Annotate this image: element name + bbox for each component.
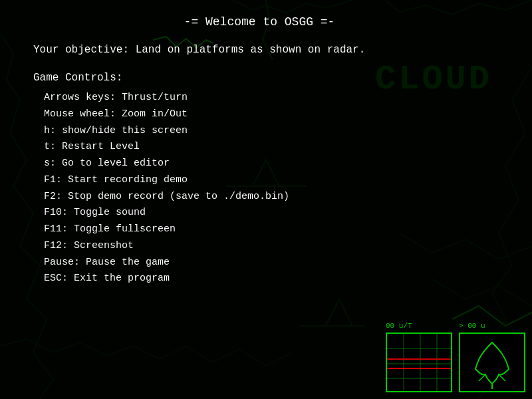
hud-right-box [459,332,525,392]
svg-line-13 [479,374,485,381]
svg-line-14 [499,374,505,381]
controls-section-title: Game Controls: [33,70,492,86]
hud-panel: 00 u/T > 00 u [386,332,525,392]
control-item: Arrows keys: Thrust/turn [44,90,492,106]
help-title: -= Welcome to OSGG =- [27,13,492,31]
control-item: F1: Start recording demo [44,172,492,189]
control-item: F12: Screenshot [44,238,492,255]
hud-right-label: > 00 u [459,322,485,330]
help-content: -= Welcome to OSGG =- Your objective: La… [33,13,492,287]
hud-left-container: 00 u/T [386,332,452,392]
control-item: Mouse wheel: Zoom in/Out [44,106,492,123]
control-item: h: show/hide this screen [44,123,492,140]
help-objective: Your objective: Land on platforms as sho… [33,42,492,58]
control-item: Pause: Pause the game [44,255,492,271]
controls-list: Arrows keys: Thrust/turnMouse wheel: Zoo… [44,90,492,287]
ship-icon [466,336,519,389]
control-item: t: Restart Level [44,139,492,156]
control-item: s: Go to level editor [44,156,492,172]
hud-right-container: > 00 u [459,332,525,392]
hud-left-inner [387,334,451,391]
control-item: F2: Stop demo record (save to ./demo.bin… [44,189,492,205]
hud-right-content [460,334,524,391]
hud-left-box [386,332,452,392]
hud-left-svg [387,334,451,391]
control-item: ESC: Exit the program [44,271,492,287]
control-item: F11: Toggle fullscreen [44,221,492,238]
control-item: F10: Toggle sound [44,205,492,221]
hud-left-label: 00 u/T [386,322,412,330]
